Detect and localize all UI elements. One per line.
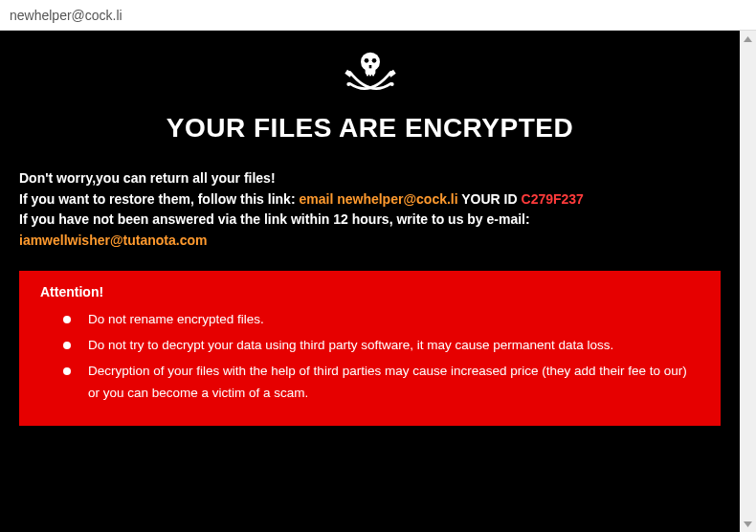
svg-rect-7 <box>372 74 374 77</box>
scroll-down-icon[interactable] <box>740 516 756 532</box>
intro-line-3: If you have not been answered via the li… <box>19 210 721 251</box>
secondary-email: iamwellwisher@tutanota.com <box>19 233 207 248</box>
content-wrap: YOUR FILES ARE ENCRYPTED Don't worry,you… <box>0 31 756 532</box>
main-heading: YOUR FILES ARE ENCRYPTED <box>19 113 721 144</box>
svg-rect-4 <box>368 65 371 68</box>
line2-prefix: If you want to restore them, follow this… <box>19 191 299 207</box>
attention-box: Attention! Do not rename encrypted files… <box>19 271 721 426</box>
svg-rect-5 <box>367 74 368 77</box>
svg-rect-6 <box>369 74 371 77</box>
titlebar: newhelper@cock.li <box>0 0 756 31</box>
app-window: newhelper@cock.li <box>0 0 756 532</box>
list-item: Do not try to decrypt your data using th… <box>69 335 700 357</box>
svg-point-2 <box>364 58 368 63</box>
line3-prefix: If you have not been answered via the li… <box>19 211 530 227</box>
window-title: newhelper@cock.li <box>10 8 122 23</box>
attention-list: Do not rename encrypted files. Do not tr… <box>40 309 700 405</box>
list-item: Decryption of your files with the help o… <box>69 361 700 405</box>
vertical-scrollbar[interactable] <box>740 31 756 532</box>
intro-line-1: Don't worry,you can return all your file… <box>19 168 721 189</box>
attention-title: Attention! <box>40 284 700 299</box>
skull-swords-icon <box>19 48 721 105</box>
your-id: C279F237 <box>522 191 584 207</box>
svg-point-9 <box>346 82 350 86</box>
intro-line-2: If you want to restore them, follow this… <box>19 189 721 211</box>
list-item: Do not rename encrypted files. <box>69 309 700 331</box>
intro-text: Don't worry,you can return all your file… <box>19 168 721 252</box>
contact-email-link: email newhelper@cock.li <box>299 191 457 207</box>
svg-point-3 <box>371 58 376 63</box>
ransom-note: YOUR FILES ARE ENCRYPTED Don't worry,you… <box>0 31 740 532</box>
svg-point-8 <box>389 82 393 86</box>
line2-mid: YOUR ID <box>458 191 522 207</box>
scroll-up-icon[interactable] <box>740 31 756 47</box>
